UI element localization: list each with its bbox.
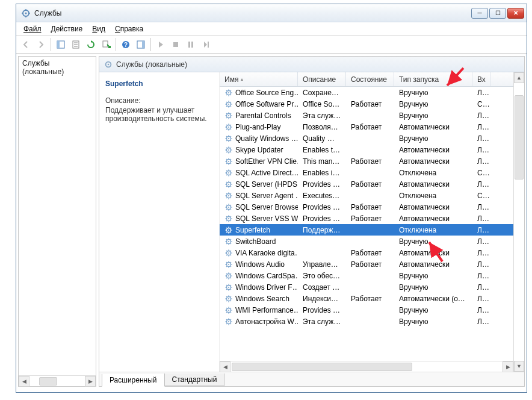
cell-name: SoftEther VPN Clie… — [220, 157, 298, 166]
scroll-thumb[interactable] — [232, 363, 412, 371]
cell-state: Работает — [346, 249, 394, 257]
selected-service-name: Superfetch — [105, 80, 213, 88]
scroll-right-icon[interactable]: ▶ — [503, 361, 513, 372]
service-row[interactable]: Quality Windows …Quality Wi…ВручнуюЛо — [220, 133, 513, 144]
start-service-button[interactable] — [153, 37, 168, 52]
service-row[interactable]: Office Software Pr…Office Soft…РаботаетВ… — [220, 98, 513, 110]
stop-service-button[interactable] — [169, 37, 183, 52]
service-row[interactable]: Skype UpdaterEnables th…АвтоматическиЛо — [220, 144, 513, 155]
svg-line-111 — [230, 181, 231, 182]
restart-service-button[interactable] — [199, 37, 213, 52]
pause-service-button[interactable] — [184, 37, 198, 52]
maximize-button[interactable]: ☐ — [489, 8, 506, 19]
svg-line-212 — [226, 300, 227, 301]
svg-line-199 — [226, 284, 227, 285]
console-tree[interactable]: Службы (локальные) ◀ ▶ — [18, 56, 96, 387]
service-row[interactable]: Office Source Eng…Сохранен…ВручнуюЛо — [220, 87, 513, 98]
service-row[interactable]: SQL Server VSS Wr…Provides th…РаботаетАв… — [220, 213, 513, 224]
service-row[interactable]: SoftEther VPN Clie…This mana…РаботаетАвт… — [220, 155, 513, 167]
scroll-thumb[interactable] — [515, 95, 524, 180]
cell-logon: Ло — [472, 111, 490, 120]
close-button[interactable]: ✕ — [507, 8, 524, 19]
service-row[interactable]: VIA Karaoke digita…РаботаетАвтоматически… — [220, 247, 513, 258]
column-logon[interactable]: Вх — [472, 72, 490, 86]
view-title: Службы (локальные) — [116, 60, 187, 69]
scroll-left-icon[interactable]: ◀ — [19, 376, 29, 387]
svg-line-122 — [226, 197, 227, 198]
svg-line-171 — [230, 250, 231, 251]
cell-start-type: Вручную — [394, 317, 472, 326]
svg-line-172 — [226, 254, 227, 255]
service-row[interactable]: SQL Server Agent …Executes jo…ОтключенаС… — [220, 190, 513, 201]
service-row[interactable]: SwitchBoardВручнуюЛо — [220, 236, 513, 247]
export-button[interactable] — [99, 37, 113, 52]
svg-point-64 — [228, 137, 229, 139]
cell-start-type: Автоматически — [394, 123, 472, 131]
service-row[interactable]: SQL Active Direct…Enables int…ОтключенаС… — [220, 167, 513, 178]
service-row[interactable]: SQL Server BrowserProvides S…РаботаетАвт… — [220, 201, 513, 213]
minimize-button[interactable]: ─ — [471, 8, 488, 19]
cell-description: Provides S… — [298, 203, 346, 211]
column-name[interactable]: Имя▴ — [220, 72, 298, 86]
cell-start-type: Автоматически — [394, 249, 472, 257]
cell-logon: Ло — [472, 226, 490, 234]
tree-h-scrollbar[interactable]: ◀ ▶ — [19, 375, 96, 386]
menu-view[interactable]: Вид — [87, 23, 110, 34]
svg-point-144 — [228, 229, 229, 230]
svg-line-80 — [230, 151, 231, 152]
show-hide-action-pane-button[interactable] — [134, 37, 148, 52]
service-row[interactable]: Автонастройка W…Эта служб…ВручнуюЛо — [220, 316, 513, 327]
svg-point-24 — [228, 92, 229, 93]
cell-name: Quality Windows … — [220, 134, 298, 143]
cell-start-type: Отключена — [394, 226, 472, 234]
service-row[interactable]: WMI Performance…Provides p…ВручнуюЛо — [220, 304, 513, 316]
service-row[interactable]: Windows Driver F…Создает пр…ВручнуюЛо — [220, 281, 513, 293]
scroll-up-icon[interactable]: ▲ — [514, 72, 524, 83]
show-hide-tree-button[interactable] — [54, 37, 68, 52]
service-row[interactable]: Plug-and-PlayПозволяет…РаботаетАвтоматич… — [220, 121, 513, 133]
svg-line-209 — [226, 296, 227, 296]
scroll-left-icon[interactable]: ◀ — [220, 361, 230, 372]
properties-button[interactable] — [69, 37, 83, 52]
scroll-down-icon[interactable]: ▼ — [514, 361, 524, 372]
svg-line-109 — [226, 181, 227, 182]
column-description[interactable]: Описание — [298, 72, 346, 86]
svg-rect-19 — [191, 42, 193, 48]
service-row[interactable]: SQL Server (HPDS…Provides st…РаботаетАвт… — [220, 178, 513, 190]
tab-extended[interactable]: Расширенный — [102, 374, 165, 387]
menu-file[interactable]: Файл — [19, 23, 46, 34]
cell-name: SwitchBoard — [220, 237, 298, 246]
cell-logon: Се — [472, 100, 490, 108]
svg-line-232 — [226, 323, 227, 323]
column-start-type[interactable]: Тип запуска — [394, 72, 472, 86]
service-list[interactable]: Office Source Eng…Сохранен…ВручнуюЛоOffi… — [220, 87, 513, 361]
svg-line-169 — [226, 250, 227, 251]
column-state[interactable]: Состояние — [346, 72, 394, 86]
cell-start-type: Отключена — [394, 169, 472, 177]
scroll-thumb[interactable] — [39, 377, 57, 386]
list-h-scrollbar[interactable]: ◀ ▶ — [220, 361, 513, 372]
svg-line-141 — [230, 216, 231, 216]
titlebar: Службы ─ ☐ ✕ — [16, 4, 527, 22]
forward-button[interactable] — [34, 37, 48, 52]
help-button[interactable]: ? — [119, 37, 133, 52]
menu-help[interactable]: Справка — [110, 23, 148, 34]
cell-name: Skype Updater — [220, 146, 298, 154]
svg-line-161 — [230, 239, 231, 239]
cell-name: SQL Server Agent … — [220, 192, 298, 200]
service-row[interactable]: Windows SearchИндексиро…РаботаетАвтомати… — [220, 293, 513, 304]
service-row[interactable]: Parental ControlsЭта служб…ВручнуюЛо — [220, 110, 513, 121]
service-row[interactable]: SuperfetchПоддержи…ОтключенаЛо — [220, 224, 513, 236]
back-button[interactable] — [19, 37, 33, 52]
svg-point-22 — [108, 63, 110, 65]
menu-action[interactable]: Действие — [46, 23, 88, 34]
refresh-button[interactable] — [84, 37, 98, 52]
tab-standard[interactable]: Стандартный — [164, 373, 225, 386]
list-v-scrollbar[interactable]: ▲ ▼ — [513, 72, 524, 372]
service-row[interactable]: Windows CardSpa…Это обесп…ВручнуюЛо — [220, 270, 513, 281]
scroll-right-icon[interactable]: ▶ — [85, 376, 96, 387]
service-row[interactable]: Windows AudioУправлен…РаботаетАвтоматиче… — [220, 258, 513, 270]
svg-point-164 — [228, 252, 229, 253]
tree-root[interactable]: Службы (локальные) — [22, 59, 64, 76]
cell-start-type: Отключена — [394, 192, 472, 200]
